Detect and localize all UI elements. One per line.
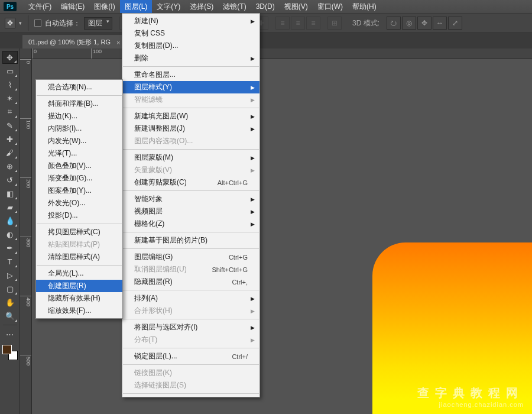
auto-select-dropdown[interactable]: 图层 — [84, 17, 112, 30]
tool-preset-chevron-icon[interactable]: ▾ — [19, 20, 22, 26]
menu-item[interactable]: 复制 CSS — [122, 27, 259, 40]
menu-item[interactable]: 创建剪贴蒙版(C)Alt+Ctrl+G — [122, 176, 259, 189]
ruler-mark: 400 — [20, 296, 31, 355]
menu-6[interactable]: 滤镜(T) — [218, 0, 251, 13]
menu-item[interactable]: 栅格化(Z) — [122, 218, 259, 230]
menu-item[interactable]: 颜色叠加(V)... — [36, 160, 122, 172]
menu-item[interactable]: 粘贴图层样式(P) — [36, 238, 122, 251]
menu-item[interactable]: 新建(N) — [122, 15, 259, 27]
menu-8[interactable]: 视图(V) — [280, 0, 313, 13]
menu-item[interactable]: 新建填充图层(W) — [122, 110, 259, 122]
menu-10[interactable]: 帮助(H) — [348, 0, 381, 13]
menu-item[interactable]: 重命名图层... — [122, 69, 259, 81]
menu-item[interactable]: 隐藏图层(R)Ctrl+, — [122, 276, 259, 288]
move-tool-icon[interactable]: ✥ — [2, 51, 18, 64]
menu-item[interactable]: 缩放效果(F)... — [36, 305, 122, 317]
menu-item[interactable]: 图层蒙版(M) — [122, 151, 259, 164]
menu-item[interactable]: 新建基于图层的切片(B) — [122, 234, 259, 247]
menu-item[interactable]: 拷贝图层样式(C) — [36, 226, 122, 238]
menu-item[interactable]: 视频图层 — [122, 205, 259, 218]
mode-3d-label: 3D 模式: — [352, 18, 379, 28]
roll-3d-icon[interactable]: ◎ — [402, 17, 416, 30]
menu-item[interactable]: 排列(A) — [122, 292, 259, 305]
menu-item[interactable]: 复制图层(D)... — [122, 40, 259, 52]
dist-bottom-icon[interactable]: ≡ — [306, 17, 320, 30]
magic-wand-tool-icon[interactable]: ✶ — [2, 92, 18, 105]
menu-3[interactable]: 图层(L) — [120, 0, 153, 13]
clone-stamp-tool-icon[interactable]: ⊕ — [2, 160, 18, 173]
shape-tool-icon[interactable]: ▢ — [2, 282, 18, 295]
layer-style-submenu: 混合选项(N)...斜面和浮雕(B)...描边(K)...内阴影(I)...内发… — [35, 79, 123, 319]
menu-item[interactable]: 图案叠加(Y)... — [36, 185, 122, 197]
menu-item[interactable]: 描边(K)... — [36, 110, 122, 122]
history-brush-tool-icon[interactable]: ↺ — [2, 173, 18, 186]
lasso-tool-icon[interactable]: ⌇ — [2, 78, 18, 91]
menu-9[interactable]: 窗口(W) — [313, 0, 348, 13]
menu-item[interactable]: 取消图层编组(U)Shift+Ctrl+G — [122, 263, 259, 276]
menu-item[interactable]: 智能对象 — [122, 193, 259, 205]
menu-item[interactable]: 删除 — [122, 52, 259, 64]
eraser-tool-icon[interactable]: ◧ — [2, 187, 18, 200]
menu-2[interactable]: 图像(I) — [89, 0, 119, 13]
ruler-mark: 500 — [20, 355, 31, 414]
menu-item[interactable]: 混合选项(N)... — [36, 81, 122, 93]
menu-item[interactable]: 创建图层(R) — [36, 280, 122, 292]
menu-item[interactable]: 清除图层样式(A) — [36, 251, 122, 263]
zoom-tool-icon[interactable]: 🔍 — [2, 309, 18, 322]
auto-align-icon[interactable]: ⊞ — [327, 17, 342, 30]
blur-tool-icon[interactable]: 💧 — [2, 214, 18, 227]
marquee-tool-icon[interactable]: ▭ — [2, 64, 18, 77]
gradient-tool-icon[interactable]: ▰ — [2, 200, 18, 214]
app-logo: Ps — [4, 2, 17, 11]
menu-item[interactable]: 将图层与选区对齐(I) — [122, 321, 259, 334]
dist-top-icon[interactable]: ≡ — [275, 17, 290, 30]
brush-tool-icon[interactable]: 🖌 — [2, 146, 18, 159]
menu-item[interactable]: 矢量蒙版(V) — [122, 164, 259, 176]
menu-item[interactable]: 斜面和浮雕(B)... — [36, 98, 122, 110]
menu-4[interactable]: 文字(Y) — [152, 0, 185, 13]
scale-3d-icon[interactable]: ⤢ — [448, 17, 462, 30]
close-tab-icon[interactable]: × — [116, 39, 120, 46]
menu-item[interactable]: 分布(T) — [122, 334, 259, 346]
menu-item[interactable]: 图层样式(Y) — [122, 81, 259, 93]
dodge-tool-icon[interactable]: ◐ — [2, 228, 18, 241]
menu-item[interactable]: 渐变叠加(G)... — [36, 172, 122, 185]
menu-1[interactable]: 编辑(E) — [56, 0, 89, 13]
foreground-color-swatch[interactable] — [2, 345, 12, 354]
path-selection-tool-icon[interactable]: ▷ — [2, 269, 18, 282]
type-tool-icon[interactable]: T — [2, 255, 18, 268]
menu-item[interactable]: 内发光(W)... — [36, 135, 122, 147]
menu-item[interactable]: 链接图层(K) — [122, 367, 259, 379]
menu-item[interactable]: 投影(D)... — [36, 209, 122, 222]
menu-item[interactable]: 隐藏所有效果(H) — [36, 292, 122, 305]
menu-5[interactable]: 选择(S) — [185, 0, 218, 13]
menu-item[interactable]: 外发光(O)... — [36, 197, 122, 209]
eyedropper-tool-icon[interactable]: ✎ — [2, 119, 18, 132]
pen-tool-icon[interactable]: ✒ — [2, 241, 18, 254]
orbit-3d-icon[interactable]: ⭮ — [387, 17, 401, 30]
menu-separator — [123, 348, 259, 348]
menu-item[interactable]: 选择链接图层(S) — [122, 379, 259, 392]
menu-item[interactable]: 锁定图层(L)...Ctrl+/ — [122, 350, 259, 363]
hand-tool-icon[interactable]: ✋ — [2, 296, 18, 309]
dist-middle-icon[interactable]: ≡ — [291, 17, 305, 30]
menu-item[interactable]: 光泽(T)... — [36, 147, 122, 160]
document-tab[interactable]: 01.psd @ 100% (矩形 1, RG × — [22, 35, 126, 48]
auto-select-checkbox[interactable] — [34, 20, 41, 27]
edit-toolbar-icon[interactable]: ⋯ — [2, 328, 18, 341]
menu-item[interactable]: 智能滤镜 — [122, 93, 259, 106]
slide-3d-icon[interactable]: ↔ — [433, 17, 447, 30]
menu-0[interactable]: 文件(F) — [24, 0, 56, 13]
menu-separator — [123, 108, 259, 108]
healing-brush-tool-icon[interactable]: ✚ — [2, 132, 18, 145]
menu-item[interactable]: 新建调整图层(J) — [122, 122, 259, 135]
menu-item[interactable]: 内阴影(I)... — [36, 122, 122, 135]
menu-7[interactable]: 3D(D) — [251, 0, 280, 13]
color-swatches[interactable] — [2, 345, 18, 360]
pan-3d-icon[interactable]: ✥ — [417, 17, 432, 30]
menu-item[interactable]: 图层编组(G)Ctrl+G — [122, 251, 259, 263]
crop-tool-icon[interactable]: ⌗ — [2, 105, 18, 118]
menu-item[interactable]: 合并形状(H) — [122, 305, 259, 317]
menu-item[interactable]: 图层内容选项(O)... — [122, 135, 259, 147]
menu-item[interactable]: 全局光(L)... — [36, 267, 122, 280]
